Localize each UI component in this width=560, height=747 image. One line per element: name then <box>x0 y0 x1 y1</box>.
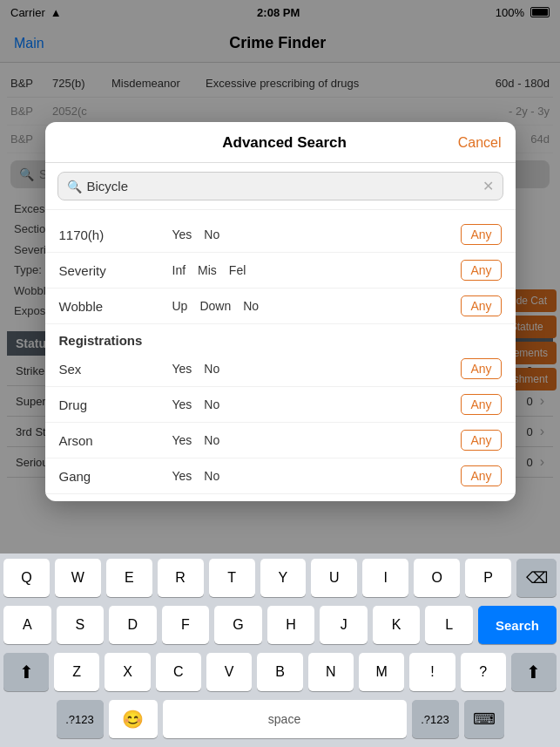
key-a[interactable]: A <box>3 606 51 644</box>
shift-left-key[interactable]: ⬆ <box>3 653 49 691</box>
filter-option-drug-yes[interactable]: Yes <box>172 397 192 411</box>
key-v[interactable]: V <box>206 653 252 691</box>
filter-label-gang: Gang <box>59 469 172 484</box>
search-icon: 🔍 <box>67 180 82 194</box>
filter-label-1170h: 1170(h) <box>59 227 172 242</box>
key-p[interactable]: P <box>465 559 511 597</box>
filter-option-mis[interactable]: Mis <box>198 263 217 277</box>
filter-option-drug-no[interactable]: No <box>204 397 219 411</box>
filter-option-arson-yes[interactable]: Yes <box>172 433 192 447</box>
key-k[interactable]: K <box>373 606 421 644</box>
keyboard-row-4: .?123 😊 space .?123 ⌨ <box>0 695 560 747</box>
key-w[interactable]: W <box>55 559 101 597</box>
filter-any-button-severity[interactable]: Any <box>461 260 501 281</box>
key-exclaim[interactable]: ! <box>409 653 455 691</box>
filter-options-1170h: Yes No Any <box>172 224 502 245</box>
filter-any-button-sex[interactable]: Any <box>461 358 501 379</box>
filter-options-drug: Yes No Any <box>172 394 502 415</box>
key-m[interactable]: M <box>359 653 404 691</box>
filter-option-gang-no[interactable]: No <box>204 469 219 483</box>
key-c[interactable]: C <box>156 653 201 691</box>
filter-option-gang-yes[interactable]: Yes <box>172 469 192 483</box>
search-input-value[interactable]: Bicycle <box>87 179 477 194</box>
keyboard-row-1: Q W E R T Y U I O P ⌫ <box>0 553 560 601</box>
key-j[interactable]: J <box>320 606 368 644</box>
filter-option-no-1170h[interactable]: No <box>204 227 219 241</box>
filter-any-button-arson[interactable]: Any <box>461 430 501 451</box>
filter-options-severity: Inf Mis Fel Any <box>172 260 502 281</box>
filter-option-up[interactable]: Up <box>172 299 188 313</box>
filter-option-yes-1170h[interactable]: Yes <box>172 227 192 241</box>
key-u[interactable]: U <box>311 559 357 597</box>
key-z[interactable]: Z <box>54 653 99 691</box>
filter-option-no-wobble[interactable]: No <box>243 299 259 313</box>
key-d[interactable]: D <box>109 606 157 644</box>
num-key-left[interactable]: .?123 <box>57 700 104 738</box>
filter-any-button-wobble[interactable]: Any <box>461 295 501 316</box>
filter-options-gang: Yes No Any <box>172 465 502 486</box>
filter-row-drug: Drug Yes No Any <box>45 387 516 423</box>
filter-label-sex: Sex <box>59 362 172 377</box>
filter-option-down[interactable]: Down <box>199 299 231 313</box>
space-key[interactable]: space <box>163 700 407 738</box>
filter-option-inf[interactable]: Inf <box>172 263 186 277</box>
key-n[interactable]: N <box>308 653 354 691</box>
key-x[interactable]: X <box>105 653 150 691</box>
key-g[interactable]: G <box>214 606 262 644</box>
key-q[interactable]: Q <box>3 559 50 597</box>
keyboard-dismiss-key[interactable]: ⌨ <box>464 700 504 738</box>
filter-any-button-1170h[interactable]: Any <box>461 224 501 245</box>
key-h[interactable]: H <box>267 606 315 644</box>
filter-option-sex-yes[interactable]: Yes <box>172 362 192 376</box>
keyboard-row-2: A S D F G H J K L Search <box>0 601 560 648</box>
num-key-right[interactable]: .?123 <box>412 700 459 738</box>
modal-body: 1170(h) Yes No Any Severity Inf Mis Fel … <box>45 210 516 501</box>
filter-options-sex: Yes No Any <box>172 358 502 379</box>
filter-label-severity: Severity <box>59 263 172 278</box>
key-b[interactable]: B <box>257 653 302 691</box>
modal-search-area: 🔍 Bicycle ✕ <box>45 163 516 210</box>
key-l[interactable]: L <box>425 606 473 644</box>
key-question[interactable]: ? <box>461 653 506 691</box>
filter-option-arson-no[interactable]: No <box>204 433 219 447</box>
registrations-header: Registrations <box>45 324 516 351</box>
filter-options-wobble: Up Down No Any <box>172 295 502 316</box>
modal-cancel-button[interactable]: Cancel <box>458 135 502 151</box>
filter-row-arson: Arson Yes No Any <box>45 423 516 458</box>
filter-label-wobble: Wobble <box>59 299 172 314</box>
key-s[interactable]: S <box>57 606 105 644</box>
filter-any-button-gang[interactable]: Any <box>461 465 501 486</box>
keyboard-row-3: ⬆ Z X C V B N M ! ? ⬆ <box>0 648 560 695</box>
keyboard: Q W E R T Y U I O P ⌫ A S D F G H J K L … <box>0 553 560 747</box>
filter-row-wobble: Wobble Up Down No Any <box>45 289 516 324</box>
filter-row-gang: Gang Yes No Any <box>45 458 516 494</box>
modal-header: Advanced Search Cancel <box>45 122 516 163</box>
filter-any-button-drug[interactable]: Any <box>461 394 501 415</box>
key-f[interactable]: F <box>162 606 210 644</box>
filter-options-arson: Yes No Any <box>172 430 502 451</box>
delete-key[interactable]: ⌫ <box>516 559 557 597</box>
search-keyboard-button[interactable]: Search <box>478 606 557 644</box>
advanced-search-modal: Advanced Search Cancel 🔍 Bicycle ✕ 1170(… <box>45 122 516 501</box>
filter-label-drug: Drug <box>59 397 172 412</box>
search-field-wrap[interactable]: 🔍 Bicycle ✕ <box>57 172 503 200</box>
search-clear-button[interactable]: ✕ <box>482 178 494 194</box>
emoji-key[interactable]: 😊 <box>109 700 158 738</box>
modal-title: Advanced Search <box>111 134 458 152</box>
filter-row-1170h: 1170(h) Yes No Any <box>45 217 516 253</box>
key-y[interactable]: Y <box>260 559 307 597</box>
key-o[interactable]: O <box>414 559 460 597</box>
filter-label-arson: Arson <box>59 433 172 448</box>
key-t[interactable]: T <box>209 559 255 597</box>
key-i[interactable]: I <box>362 559 408 597</box>
key-r[interactable]: R <box>158 559 204 597</box>
filter-option-fel[interactable]: Fel <box>229 263 246 277</box>
filter-option-sex-no[interactable]: No <box>204 362 219 376</box>
key-e[interactable]: E <box>106 559 152 597</box>
shift-right-key[interactable]: ⬆ <box>511 653 557 691</box>
filter-row-sex: Sex Yes No Any <box>45 351 516 387</box>
filter-row-severity: Severity Inf Mis Fel Any <box>45 253 516 289</box>
